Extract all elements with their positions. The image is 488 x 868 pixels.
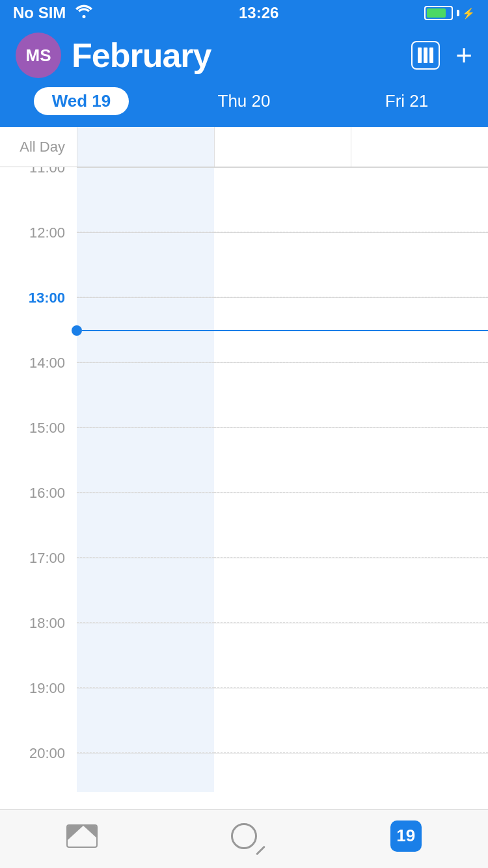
battery-indicator: ⚡ [424, 6, 475, 20]
time-cell-thu-5[interactable] [214, 493, 351, 558]
time-grid: 11:00 12:00 13:00 14:00 [0, 167, 488, 792]
time-row-cells [77, 558, 488, 623]
header-actions: + [411, 41, 472, 70]
time-cell-fri-9[interactable] [351, 753, 488, 792]
time-label-1300: 13:00 [0, 290, 77, 355]
all-day-cell-wed [77, 127, 214, 167]
time-row-cells [77, 362, 488, 427]
time-cell-wed-4[interactable] [77, 427, 214, 493]
status-bar: No SIM 13:26 ⚡ [0, 0, 488, 26]
day-tabs: Wed 19 Thu 20 Fri 21 [0, 78, 488, 127]
time-label-1800: 18:00 [0, 615, 77, 680]
status-right: ⚡ [424, 6, 475, 20]
all-day-row: All Day [0, 127, 488, 167]
mail-icon [66, 824, 98, 848]
time-row-1400: 14:00 [0, 362, 488, 427]
time-cell-fri-7[interactable] [351, 623, 488, 688]
time-cell-fri-1[interactable] [351, 232, 488, 297]
time-row-cells [77, 167, 488, 232]
time-row-1200: 12:00 [0, 232, 488, 297]
time-cell-thu-4[interactable] [214, 427, 351, 493]
time-label-1400: 14:00 [0, 355, 77, 420]
svg-rect-2 [429, 47, 433, 63]
time-cell-thu-9[interactable] [214, 753, 351, 792]
battery-tip [457, 10, 459, 16]
all-day-label: All Day [0, 127, 77, 167]
battery-fill [427, 8, 446, 18]
today-calendar-icon: 19 [390, 821, 422, 852]
time-row-cells [77, 623, 488, 688]
calendar-view-button[interactable] [411, 41, 440, 70]
time-row-1800: 18:00 [0, 623, 488, 688]
time-cell-thu-6[interactable] [214, 558, 351, 623]
time-cell-wed-3[interactable] [77, 362, 214, 427]
time-row-1900: 19:00 [0, 688, 488, 753]
time-label-1100: 11:00 [0, 167, 77, 224]
header-left: MS February [16, 33, 211, 78]
battery-body [424, 6, 453, 20]
tab-mail[interactable] [66, 824, 98, 848]
wifi-icon [75, 5, 93, 22]
time-row-1700: 17:00 [0, 558, 488, 623]
time-row-1600: 16:00 [0, 493, 488, 558]
time-row-cells [77, 232, 488, 297]
time-cell-fri-3[interactable] [351, 362, 488, 427]
avatar[interactable]: MS [16, 33, 61, 78]
time-label-1900: 19:00 [0, 680, 77, 745]
carrier-label: No SIM [13, 4, 66, 22]
time-cell-thu-1[interactable] [214, 232, 351, 297]
status-left: No SIM [13, 4, 93, 22]
time-cell-fri-4[interactable] [351, 427, 488, 493]
add-event-button[interactable]: + [455, 41, 472, 70]
tab-thu20[interactable]: Thu 20 [163, 91, 325, 111]
time-cell-wed-8[interactable] [77, 688, 214, 753]
current-time-line [0, 325, 488, 336]
tab-fri21[interactable]: Fri 21 [325, 91, 488, 111]
time-cell-thu-7[interactable] [214, 623, 351, 688]
time-row-cells [77, 753, 488, 792]
time-row-cells [77, 427, 488, 493]
time-label-1600: 16:00 [0, 485, 77, 550]
time-cell-thu-0[interactable] [214, 167, 351, 232]
time-cell-fri-6[interactable] [351, 558, 488, 623]
time-cell-wed-6[interactable] [77, 558, 214, 623]
svg-rect-0 [418, 47, 422, 63]
app-header: MS February + [0, 26, 488, 78]
time-row-cells [77, 688, 488, 753]
time-cell-fri-0[interactable] [351, 167, 488, 232]
time-row-cells [77, 493, 488, 558]
current-time-linebar [82, 330, 488, 331]
time-cell-thu-8[interactable] [214, 688, 351, 753]
time-cell-wed-5[interactable] [77, 493, 214, 558]
time-cell-wed-9[interactable] [77, 753, 214, 792]
tab-wed19[interactable]: Wed 19 [0, 87, 163, 115]
time-row-2000: 20:00 [0, 753, 488, 792]
all-day-cell-fri [351, 127, 488, 167]
time-cell-fri-5[interactable] [351, 493, 488, 558]
time-cell-thu-3[interactable] [214, 362, 351, 427]
time-label-1700: 17:00 [0, 550, 77, 615]
time-row-1100: 11:00 [0, 167, 488, 232]
time-display: 13:26 [239, 4, 278, 22]
time-row-1500: 15:00 [0, 427, 488, 493]
tab-bar: 19 [0, 809, 488, 868]
charging-icon: ⚡ [462, 7, 475, 20]
time-label-2000: 20:00 [0, 745, 77, 792]
search-icon [231, 823, 257, 849]
time-label-1500: 15:00 [0, 420, 77, 485]
svg-rect-1 [424, 47, 427, 63]
all-day-cell-thu [214, 127, 351, 167]
time-cell-wed-0[interactable] [77, 167, 214, 232]
tab-today[interactable]: 19 [390, 821, 422, 852]
time-cell-wed-7[interactable] [77, 623, 214, 688]
month-title: February [72, 36, 211, 75]
time-cell-fri-8[interactable] [351, 688, 488, 753]
tab-search[interactable] [231, 823, 257, 849]
calendar-body: All Day 11:00 12:00 13:00 [0, 127, 488, 792]
time-label-1200: 12:00 [0, 224, 77, 290]
time-cell-wed-1[interactable] [77, 232, 214, 297]
current-time-dot [72, 325, 82, 336]
